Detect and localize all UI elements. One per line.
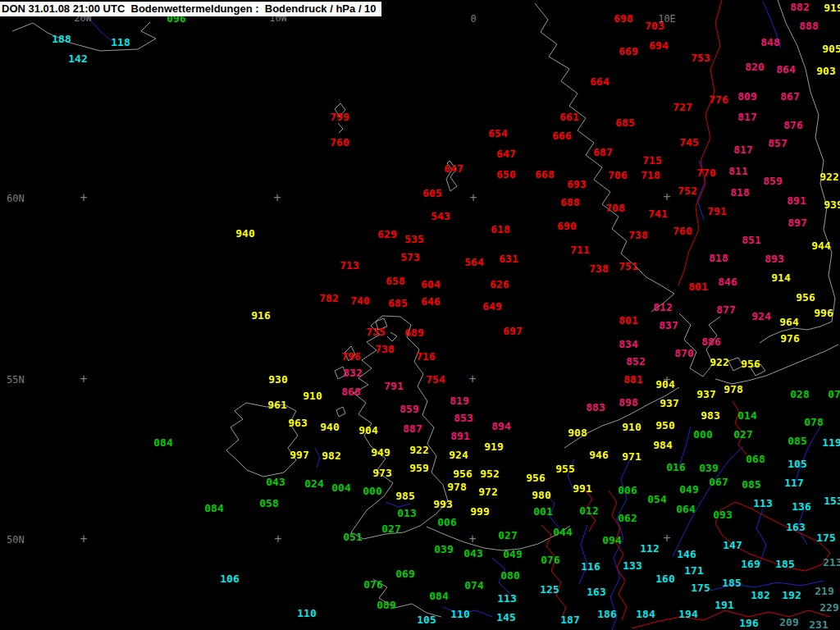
station-pressure-value: 857 xyxy=(768,138,787,148)
station-pressure-value: 185 xyxy=(775,559,794,569)
station-pressure-value: 027 xyxy=(733,429,752,440)
station-pressure-value: 910 xyxy=(622,422,641,432)
station-pressure-value: 891 xyxy=(787,195,806,206)
station-pressure-value: 076 xyxy=(363,579,382,590)
station-pressure-value: 668 xyxy=(535,169,554,180)
station-pressure-value: 078 xyxy=(828,389,840,399)
station-pressure-value: 110 xyxy=(450,609,469,619)
station-pressure-value: 043 xyxy=(463,548,482,559)
station-pressure-value: 817 xyxy=(733,144,752,155)
station-pressure-value: 697 xyxy=(503,326,522,336)
station-pressure-value: 754 xyxy=(426,374,445,385)
station-pressure-value: 738 xyxy=(375,344,394,354)
station-pressure-value: 573 xyxy=(400,252,419,262)
station-pressure-value: 658 xyxy=(386,276,404,286)
station-pressure-value: 973 xyxy=(372,468,391,478)
station-pressure-value: 952 xyxy=(480,468,499,479)
station-pressure-value: 182 xyxy=(751,590,769,600)
station-pressure-value: 043 xyxy=(266,477,285,487)
station-pressure-value: 924 xyxy=(751,311,770,322)
station-pressure-value: 801 xyxy=(619,315,637,326)
station-pressure-value: 626 xyxy=(490,279,509,290)
station-pressure-value: 894 xyxy=(491,421,510,431)
station-pressure-value: 964 xyxy=(779,317,798,327)
latitude-label: 50N xyxy=(7,535,25,545)
station-pressure-value: 870 xyxy=(674,348,693,358)
station-pressure-value: 094 xyxy=(602,535,621,546)
station-pressure-value: 163 xyxy=(786,522,805,532)
station-pressure-value: 112 xyxy=(640,543,659,554)
station-pressure-value: 924 xyxy=(449,450,468,460)
station-pressure-value: 745 xyxy=(679,137,698,148)
station-pressure-value: 937 xyxy=(660,398,678,409)
station-pressure-value: 738 xyxy=(628,230,647,240)
station-pressure-value: 891 xyxy=(450,431,469,441)
station-pressure-value: 851 xyxy=(742,235,760,245)
graticule-cross: + xyxy=(663,191,670,203)
weather-map-canvas: 20W10W010E60N55N50N+++++++++++ 799760654… xyxy=(0,0,840,630)
station-pressure-value: 922 xyxy=(710,357,728,368)
station-pressure-value: 713 xyxy=(340,260,358,271)
station-pressure-value: 916 xyxy=(251,310,270,321)
station-pressure-value: 956 xyxy=(741,358,760,369)
station-pressure-value: 914 xyxy=(771,272,790,283)
station-pressure-value: 062 xyxy=(618,513,637,523)
station-pressure-value: 706 xyxy=(608,170,627,180)
station-pressure-value: 649 xyxy=(482,301,501,312)
station-pressure-value: 146 xyxy=(677,549,696,559)
station-pressure-value: 669 xyxy=(619,46,637,57)
station-pressure-value: 175 xyxy=(816,532,835,543)
station-pressure-value: 106 xyxy=(220,573,239,584)
station-pressure-value: 978 xyxy=(724,384,742,395)
station-pressure-value: 169 xyxy=(741,559,760,569)
graticule-cross: + xyxy=(469,192,477,204)
station-pressure-value: 715 xyxy=(642,155,661,166)
station-pressure-value: 753 xyxy=(691,52,710,63)
station-pressure-value: 000 xyxy=(363,486,381,496)
station-pressure-value: 209 xyxy=(779,617,798,628)
station-pressure-value: 027 xyxy=(381,523,400,534)
station-pressure-value: 972 xyxy=(478,486,497,497)
station-pressure-value: 110 xyxy=(297,608,316,619)
station-pressure-value: 116 xyxy=(581,561,600,572)
station-pressure-value: 117 xyxy=(784,477,803,488)
station-pressure-value: 848 xyxy=(760,37,779,48)
station-pressure-value: 219 xyxy=(815,586,833,596)
station-pressure-value: 160 xyxy=(655,573,674,584)
station-pressure-value: 859 xyxy=(399,404,418,414)
station-pressure-value: 985 xyxy=(395,491,414,501)
station-pressure-value: 184 xyxy=(636,609,655,619)
station-pressure-value: 085 xyxy=(742,479,760,490)
station-pressure-value: 049 xyxy=(679,484,698,495)
station-pressure-value: 175 xyxy=(691,582,710,593)
station-pressure-value: 618 xyxy=(491,224,509,235)
station-pressure-value: 118 xyxy=(111,37,130,48)
station-pressure-value: 956 xyxy=(453,468,472,479)
station-pressure-value: 535 xyxy=(404,234,423,244)
station-pressure-value: 687 xyxy=(593,147,612,158)
station-pressure-value: 760 xyxy=(673,226,692,236)
station-pressure-value: 940 xyxy=(235,228,254,239)
station-pressure-value: 196 xyxy=(739,618,758,628)
station-pressure-value: 718 xyxy=(641,170,660,180)
station-pressure-value: 068 xyxy=(746,454,765,464)
station-pressure-value: 049 xyxy=(503,549,522,559)
station-pressure-value: 685 xyxy=(615,117,634,128)
station-pressure-value: 186 xyxy=(597,609,616,619)
station-pressure-value: 922 xyxy=(409,445,428,455)
map-title-bar: DON 31.01.08 21:00 UTC Bodenwettermeldun… xyxy=(0,2,381,16)
station-pressure-value: 171 xyxy=(684,565,703,576)
station-pressure-value: 919 xyxy=(824,2,840,13)
station-pressure-value: 012 xyxy=(579,505,598,516)
station-pressure-value: 897 xyxy=(788,217,806,228)
station-pressure-value: 085 xyxy=(788,436,806,446)
station-pressure-value: 188 xyxy=(52,34,71,44)
station-pressure-value: 887 xyxy=(403,423,422,434)
station-pressure-value: 904 xyxy=(655,379,674,390)
station-pressure-value: 976 xyxy=(780,333,799,344)
station-pressure-value: 113 xyxy=(497,593,516,604)
station-pressure-value: 213 xyxy=(823,557,840,568)
station-pressure-value: 629 xyxy=(377,229,396,240)
station-pressure-value: 153 xyxy=(824,495,840,506)
station-pressure-value: 080 xyxy=(500,570,519,581)
